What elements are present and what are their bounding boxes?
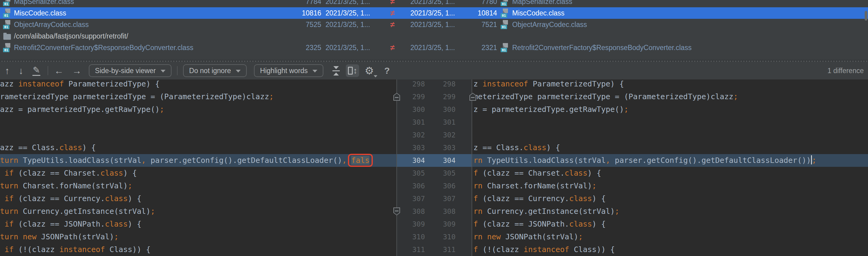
line-number-right: 308	[425, 205, 456, 218]
collapse-unchanged-icon[interactable]	[333, 66, 340, 76]
code-line: turn TypeUtils.loadClass(strVal, parser.…	[0, 154, 396, 167]
line-number-left: 304	[397, 154, 425, 167]
ignore-policy-label: Do not ignore	[189, 67, 231, 75]
line-number-right: 311	[425, 243, 456, 256]
file-date-left: 2021/3/25, 1...	[321, 9, 379, 17]
line-number-right: 305	[425, 167, 456, 179]
file-name-right: MapSerializer.class	[512, 0, 868, 6]
diff-word-highlight: fals	[351, 156, 369, 165]
class-file-icon: 01	[501, 43, 508, 52]
line-number-left: 310	[397, 230, 425, 243]
fold-marker-icon[interactable]	[393, 93, 400, 101]
gear-icon[interactable]: ⚙	[365, 65, 374, 77]
code-line: rn TypeUtils.loadClass(strVal, parser.ge…	[472, 154, 868, 167]
line-number-right: 309	[425, 218, 456, 230]
code-line: rameterizedType parmeterizedType = (Para…	[0, 90, 396, 103]
chevron-down-icon	[236, 70, 241, 73]
code-line: azz == Class.class) {	[0, 141, 396, 154]
line-number-right: 304	[425, 154, 456, 167]
file-comparison-table[interactable]: 01MapSerializer.class77842021/3/25, 1...…	[0, 0, 868, 59]
annotation-red-box	[348, 154, 373, 167]
fold-marker-icon[interactable]	[393, 207, 400, 215]
line-number-right: 302	[425, 129, 456, 141]
table-row[interactable]: 01MapSerializer.class77842021/3/25, 1...…	[0, 0, 868, 7]
gutter-row: 299299	[397, 90, 472, 103]
file-date-right: 2021/3/25, 1...	[406, 44, 455, 52]
help-icon[interactable]: ?	[384, 65, 390, 76]
code-line: rn Currency.getInstance(strVal);	[472, 205, 868, 218]
table-row[interactable]: /com/alibaba/fastjson/support/retrofit/	[0, 30, 868, 42]
forward-button[interactable]: →	[72, 66, 82, 76]
table-row[interactable]: 01Retrofit2ConverterFactory$ResponseBody…	[0, 42, 868, 53]
code-line: f (!(clazz instanceof Class)) {	[472, 243, 868, 256]
line-number-left: 302	[397, 129, 425, 141]
file-name-right: ObjectArrayCodec.class	[512, 21, 868, 29]
class-file-icon: 01	[501, 0, 508, 6]
edit-icon[interactable]: ✎	[32, 66, 40, 76]
gutter-row: 307307	[397, 192, 472, 205]
folder-icon	[3, 34, 11, 40]
line-number-right: 298	[425, 80, 456, 90]
folder-path-label: /com/alibaba/fastjson/support/retrofit/	[14, 32, 868, 40]
chevron-down-icon	[161, 70, 165, 73]
code-line	[0, 129, 396, 141]
pane-icon	[348, 67, 353, 75]
sync-scrolling-toggle[interactable]: ↕	[346, 64, 359, 77]
code-line: z = parmeterizedType.getRawType();	[472, 103, 868, 116]
file-date-left: 2021/3/25, 1...	[321, 44, 379, 52]
file-name-left: MiscCodec.class	[14, 9, 285, 17]
panel-splitter[interactable]	[0, 59, 868, 62]
code-line: if (clazz == Currency.class) {	[0, 192, 396, 205]
code-line: meterizedType parmeterizedType = (Parame…	[472, 90, 868, 103]
code-line: azz = parmeterizedType.getRawType();	[0, 103, 396, 116]
toolbar-separator	[48, 66, 48, 75]
class-file-icon: 01	[3, 43, 11, 52]
class-file-icon: 01	[3, 20, 11, 29]
code-line: rn new JSONPath(strVal);	[472, 230, 868, 243]
file-name-left: ObjectArrayCodec.class	[14, 21, 285, 29]
table-scrollbar-thumb[interactable]	[865, 11, 867, 21]
diff-toolbar: ↑ ↓ ✎ ← → Side-by-side viewer Do not ign…	[0, 62, 868, 80]
back-button[interactable]: ←	[54, 66, 64, 76]
line-number-left: 301	[397, 116, 425, 129]
gutter-row: 311311	[397, 243, 472, 256]
right-code-pane[interactable]: z instanceof ParameterizedType) {meteriz…	[472, 80, 868, 256]
chevron-down-icon	[312, 70, 317, 73]
next-difference-button[interactable]: ↓	[19, 66, 24, 76]
fold-marker-icon[interactable]	[469, 93, 476, 101]
table-row[interactable]: 01ObjectArrayCodec.class75252021/3/25, 1…	[0, 19, 868, 30]
line-number-gutter: 2982982992993003003013013023023033033043…	[396, 80, 472, 256]
line-number-left: 309	[397, 218, 425, 230]
not-equal-icon: ≠	[379, 43, 406, 53]
code-line: if (clazz == JSONPath.class) {	[0, 218, 396, 230]
code-line: f (clazz == Charset.class) {	[472, 167, 868, 179]
gutter-row: 298298	[397, 80, 472, 90]
code-line	[0, 116, 396, 129]
gutter-row: 310310	[397, 230, 472, 243]
ignore-policy-dropdown[interactable]: Do not ignore	[183, 64, 247, 77]
line-number-left: 308	[397, 205, 425, 218]
file-size-right: 7521	[455, 21, 497, 29]
code-line: rn Charset.forName(strVal);	[472, 179, 868, 192]
code-line: f (clazz == JSONPath.class) {	[472, 218, 868, 230]
class-file-icon: 01	[3, 8, 11, 18]
code-line: azz instanceof ParameterizedType) {	[0, 80, 396, 90]
file-date-left: 2021/3/25, 1...	[321, 21, 379, 29]
left-code-pane[interactable]: azz instanceof ParameterizedType) {ramet…	[0, 80, 396, 256]
viewer-mode-dropdown[interactable]: Side-by-side viewer	[89, 64, 172, 77]
table-row[interactable]: 01MiscCodec.class108162021/3/25, 1...≠20…	[0, 7, 868, 19]
file-date-left: 2021/3/25, 1...	[321, 0, 379, 6]
previous-difference-button[interactable]: ↑	[5, 66, 10, 76]
line-number-right: 300	[425, 103, 456, 116]
gutter-row: 306306	[397, 179, 472, 192]
gutter-row: 304304	[397, 154, 472, 167]
file-size-right: 7780	[455, 0, 497, 6]
gutter-row: 308308	[397, 205, 472, 218]
diff-viewer: azz instanceof ParameterizedType) {ramet…	[0, 80, 868, 256]
highlight-mode-dropdown[interactable]: Highlight words	[254, 64, 323, 77]
file-date-right: 2021/3/25, 1...	[406, 21, 455, 29]
line-number-left: 307	[397, 192, 425, 205]
line-number-right: 306	[425, 179, 456, 192]
vertical-arrows-icon: ↕	[353, 66, 358, 76]
code-line: z instanceof ParameterizedType) {	[472, 80, 868, 90]
